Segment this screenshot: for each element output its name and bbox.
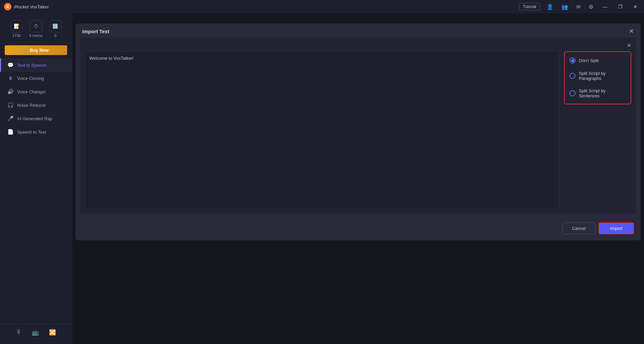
dialog-outer-close-button[interactable]: ✕ bbox=[629, 28, 634, 34]
sidebar-item-label-ai-rap: AI Generated Rap bbox=[17, 116, 52, 121]
radio-dont-split-label: Don't Split bbox=[579, 58, 599, 63]
voice-changer-icon: 🔊 bbox=[7, 89, 14, 95]
dialog-body: Welcome to VoxTalker! Don't Split Split … bbox=[85, 51, 631, 209]
titlebar-right: Tutorial 👤 👥 ✉ ⚙ — ❐ ✕ bbox=[519, 3, 640, 11]
stat-count-value: 0 bbox=[54, 34, 56, 38]
app-title: iRocket VoxTalker bbox=[14, 4, 49, 9]
dialog-inner: ✕ Welcome to VoxTalker! Don't Split bbox=[80, 38, 636, 214]
radio-by-paragraphs-circle bbox=[569, 73, 576, 79]
dialog-footer: Cancel Import bbox=[76, 218, 641, 240]
import-dialog: Import Text ✕ ✕ Welcome to VoxTalker! bbox=[76, 23, 641, 240]
user-icon[interactable]: 👤 bbox=[545, 3, 555, 11]
sidebar: 📝 1730 ⏱ 5 min(s) 🔢 0 🛒 Buy Now 💬 Text t… bbox=[0, 13, 72, 344]
stat-characters: 📝 1730 bbox=[10, 20, 22, 38]
radio-by-sentences[interactable]: Split Script by Sentences bbox=[569, 88, 626, 98]
sidebar-item-label-speech-to-text: Speech to Text bbox=[17, 130, 46, 135]
split-options-panel: Don't Split Split Script by Paragraphs S… bbox=[564, 51, 631, 209]
titlebar-left: R iRocket VoxTalker bbox=[4, 3, 49, 10]
stat-characters-icon: 📝 bbox=[10, 20, 22, 32]
sidebar-item-label-text-to-speech: Text to Speech bbox=[17, 63, 46, 68]
speech-to-text-icon: 📄 bbox=[7, 129, 14, 135]
stat-count: 🔢 0 bbox=[49, 20, 61, 38]
sidebar-nav: 💬 Text to Speech 🎙 Voice Cloning 🔊 Voice… bbox=[0, 58, 72, 139]
radio-by-sentences-circle bbox=[569, 90, 576, 96]
settings-icon[interactable]: ⚙ bbox=[587, 3, 595, 11]
noise-reducer-icon: 🎧 bbox=[7, 102, 14, 108]
split-options-box: Don't Split Split Script by Paragraphs S… bbox=[564, 51, 631, 104]
main-layout: 📝 1730 ⏱ 5 min(s) 🔢 0 🛒 Buy Now 💬 Text t… bbox=[0, 13, 644, 344]
sidebar-item-label-voice-cloning: Voice Cloning bbox=[17, 76, 44, 81]
radio-by-paragraphs-label: Split Script by Paragraphs bbox=[579, 71, 626, 81]
radio-by-sentences-label: Split Script by Sentences bbox=[579, 88, 626, 98]
close-button[interactable]: ✕ bbox=[631, 3, 640, 11]
text-to-speech-icon: 💬 bbox=[7, 62, 14, 68]
minimize-button[interactable]: — bbox=[600, 3, 610, 11]
dialog-title-bar: Import Text ✕ bbox=[76, 23, 641, 38]
sidebar-item-label-noise-reducer: Noise Reducer bbox=[17, 103, 46, 108]
stat-time-value: 5 min(s) bbox=[29, 34, 43, 38]
stat-time: ⏱ 5 min(s) bbox=[29, 20, 43, 38]
sidebar-item-text-to-speech[interactable]: 💬 Text to Speech bbox=[0, 58, 72, 72]
text-area-wrapper: Welcome to VoxTalker! bbox=[85, 51, 559, 209]
dialog-inner-header: ✕ bbox=[85, 42, 631, 49]
sidebar-stats: 📝 1730 ⏱ 5 min(s) 🔢 0 bbox=[0, 17, 72, 43]
tutorial-button[interactable]: Tutorial bbox=[519, 3, 540, 10]
radio-by-paragraphs[interactable]: Split Script by Paragraphs bbox=[569, 71, 626, 81]
email-icon[interactable]: ✉ bbox=[575, 3, 582, 11]
sidebar-bottom: 🎙 📺 🔀 bbox=[0, 324, 72, 341]
shuffle-icon[interactable]: 🔀 bbox=[49, 329, 56, 336]
radio-dont-split-circle bbox=[569, 57, 576, 63]
dialog-inner-close-button[interactable]: ✕ bbox=[627, 42, 631, 49]
dialog-title: Import Text bbox=[82, 29, 109, 34]
screen-icon[interactable]: 📺 bbox=[32, 329, 39, 336]
stat-time-icon: ⏱ bbox=[30, 20, 42, 32]
stat-characters-value: 1730 bbox=[12, 34, 20, 38]
voice-cloning-icon: 🎙 bbox=[7, 76, 14, 81]
sidebar-item-ai-generated-rap[interactable]: 🎤 AI Generated Rap bbox=[0, 112, 72, 125]
cancel-button[interactable]: Cancel bbox=[562, 223, 595, 234]
import-button[interactable]: Import bbox=[599, 223, 634, 234]
sidebar-item-voice-changer[interactable]: 🔊 Voice Changer bbox=[0, 85, 72, 98]
buy-now-button[interactable]: 🛒 Buy Now bbox=[5, 45, 67, 55]
sidebar-item-speech-to-text[interactable]: 📄 Speech to Text bbox=[0, 125, 72, 139]
radio-dont-split[interactable]: Don't Split bbox=[569, 57, 626, 63]
maximize-button[interactable]: ❐ bbox=[615, 3, 625, 11]
ai-rap-icon: 🎤 bbox=[7, 115, 14, 121]
app-icon: R bbox=[4, 3, 11, 10]
group-icon[interactable]: 👥 bbox=[560, 3, 569, 11]
content-area: Import Text ✕ ✕ Welcome to VoxTalker! bbox=[72, 13, 644, 344]
stat-count-icon: 🔢 bbox=[49, 20, 61, 32]
titlebar: R iRocket VoxTalker Tutorial 👤 👥 ✉ ⚙ — ❐… bbox=[0, 0, 644, 13]
sidebar-item-noise-reducer[interactable]: 🎧 Noise Reducer bbox=[0, 98, 72, 112]
text-area-content: Welcome to VoxTalker! bbox=[89, 56, 555, 61]
sidebar-item-voice-cloning[interactable]: 🎙 Voice Cloning bbox=[0, 72, 72, 85]
sidebar-item-label-voice-changer: Voice Changer bbox=[17, 89, 46, 94]
mic-icon[interactable]: 🎙 bbox=[16, 329, 22, 336]
